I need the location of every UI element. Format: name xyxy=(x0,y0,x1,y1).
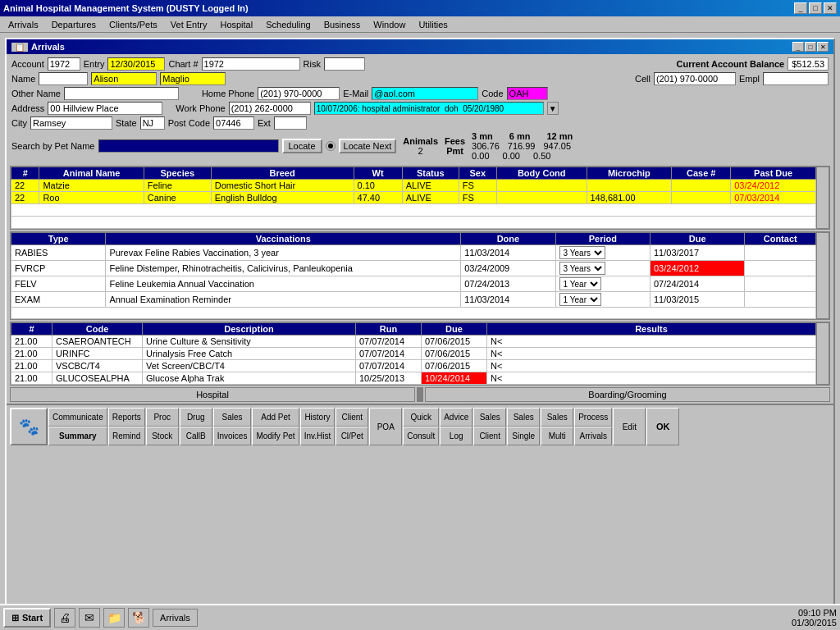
os-minimize-btn[interactable]: _ xyxy=(794,2,807,14)
sales-button[interactable]: Sales xyxy=(213,408,252,427)
vax-row[interactable]: FELV Feline Leukemia Annual Vaccination … xyxy=(11,276,816,292)
sales-single-top-button[interactable]: Sales xyxy=(507,408,540,427)
vax-row[interactable]: RABIES Purevax Feline Rabies Vaccination… xyxy=(11,245,816,261)
modify-pet-button[interactable]: Modify Pet xyxy=(252,427,299,445)
os-restore-btn[interactable]: □ xyxy=(809,2,822,14)
taskbar-arrivals-item[interactable]: Arrivals xyxy=(153,609,198,627)
splitter[interactable] xyxy=(417,387,423,402)
extra-info-scroll-btn[interactable]: ▼ xyxy=(547,102,559,115)
table-row[interactable]: 22 Roo Canine English Bulldog 47.40 ALIV… xyxy=(11,192,816,204)
ext-field[interactable] xyxy=(274,116,307,130)
animals-scrollbar[interactable] xyxy=(816,167,829,229)
taskbar-icon-mail[interactable]: ✉ xyxy=(79,608,100,628)
name-first-value-field[interactable] xyxy=(91,72,157,85)
cell-field[interactable] xyxy=(654,72,736,85)
locate-next-button[interactable]: Locate Next xyxy=(339,139,397,153)
vax-row[interactable]: EXAM Annual Examination Reminder 11/03/2… xyxy=(11,292,816,308)
taskbar-icon-printer[interactable]: 🖨 xyxy=(54,608,75,628)
edit-button[interactable]: Edit xyxy=(613,408,646,445)
callb-button[interactable]: CallB xyxy=(180,427,212,445)
lab-row[interactable]: 21.00 CSAEROANTECH Urine Culture & Sensi… xyxy=(11,336,816,348)
name-last-field[interactable] xyxy=(160,72,226,85)
remind-button[interactable]: Remind xyxy=(108,427,145,445)
vax-row[interactable]: FVRCP Feline Distemper, Rhinotracheitis,… xyxy=(11,261,816,276)
reports-button[interactable]: Reports xyxy=(108,408,145,427)
vax-period-select[interactable]: 3 Years xyxy=(559,246,605,259)
vax-period-select[interactable]: 3 Years xyxy=(559,262,605,275)
window-close-btn[interactable]: ✕ xyxy=(817,42,829,52)
os-title-buttons[interactable]: _ □ ✕ xyxy=(794,2,837,14)
sales-top-button[interactable]: Sales xyxy=(473,408,506,427)
menu-window[interactable]: Window xyxy=(368,19,410,30)
locate-button[interactable]: Locate xyxy=(282,139,322,153)
process-button[interactable]: Process xyxy=(574,408,612,427)
app-icon-button[interactable]: 🐾 xyxy=(10,408,48,445)
menu-utilities[interactable]: Utilities xyxy=(413,19,452,30)
sales-single-button[interactable]: Single xyxy=(507,427,540,445)
add-pet-button[interactable]: Add Pet xyxy=(252,408,299,427)
empl-field[interactable] xyxy=(763,72,829,85)
proc-button[interactable]: Proc xyxy=(146,408,179,427)
summary-button[interactable]: Summary xyxy=(48,427,107,445)
chart-number-field[interactable] xyxy=(202,57,300,71)
post-code-field[interactable] xyxy=(213,116,254,130)
locate-radio[interactable] xyxy=(326,141,336,151)
drug-button[interactable]: Drug xyxy=(180,408,212,427)
table-row[interactable] xyxy=(11,217,816,229)
menu-departures[interactable]: Departures xyxy=(47,19,101,30)
window-restore-btn[interactable]: □ xyxy=(805,42,816,52)
poa-button[interactable]: POA xyxy=(369,408,402,445)
advice-button[interactable]: Advice xyxy=(440,408,472,427)
table-row[interactable]: 22 Matzie Feline Domestic Short Hair 0.1… xyxy=(11,180,816,192)
lab-row[interactable]: 21.00 GLUCOSEALPHA Glucose Alpha Trak 10… xyxy=(11,372,816,385)
work-phone-field[interactable] xyxy=(229,102,311,115)
lab-row[interactable]: 21.00 URINFC Urinalysis Free Catch 07/07… xyxy=(11,348,816,360)
code-field[interactable] xyxy=(507,87,548,100)
vax-period-select[interactable]: 1 Year xyxy=(559,277,601,290)
ok-button[interactable]: OK xyxy=(646,408,679,445)
log-button[interactable]: Log xyxy=(440,427,472,445)
taskbar-icon-app[interactable]: 🐕 xyxy=(128,608,149,628)
menu-business[interactable]: Business xyxy=(319,19,366,30)
taskbar-icon-folder[interactable]: 📁 xyxy=(103,608,125,628)
risk-field[interactable] xyxy=(324,57,365,71)
sales-multi-button[interactable]: Multi xyxy=(541,427,573,445)
menu-scheduling[interactable]: Scheduling xyxy=(261,19,315,30)
history-button[interactable]: History xyxy=(300,408,336,427)
client-button[interactable]: Client xyxy=(336,408,368,427)
state-field[interactable] xyxy=(140,116,165,130)
lab-row[interactable]: 21.00 VSCBC/T4 Vet Screen/CBC/T4 07/07/2… xyxy=(11,360,816,372)
vax-period-select[interactable]: 1 Year xyxy=(559,293,601,306)
arrivals-button[interactable]: Arrivals xyxy=(574,427,612,445)
os-close-btn[interactable]: ✕ xyxy=(824,2,837,14)
other-name-field[interactable] xyxy=(64,87,179,100)
invoices-button[interactable]: Invoices xyxy=(213,427,252,445)
account-number-field[interactable] xyxy=(48,57,80,71)
menu-vet-entry[interactable]: Vet Entry xyxy=(166,19,212,30)
search-input[interactable] xyxy=(98,139,279,153)
sales-client-button[interactable]: Client xyxy=(473,427,506,445)
stock-button[interactable]: Stock xyxy=(146,427,179,445)
name-first-field[interactable] xyxy=(39,72,88,85)
home-phone-field[interactable] xyxy=(258,87,340,100)
communicate-button[interactable]: Communicate xyxy=(48,408,107,427)
table-row[interactable] xyxy=(11,204,816,217)
menu-hospital[interactable]: Hospital xyxy=(215,19,258,30)
menu-clients-pets[interactable]: Clients/Pets xyxy=(104,19,162,30)
window-minimize-btn[interactable]: _ xyxy=(792,42,804,52)
city-field[interactable] xyxy=(30,116,112,130)
consult-button[interactable]: Consult xyxy=(403,427,439,445)
window-control-buttons[interactable]: _ □ ✕ xyxy=(792,42,829,52)
sales-multi-top-button[interactable]: Sales xyxy=(541,408,573,427)
start-button[interactable]: ⊞ Start xyxy=(3,608,51,628)
email-field[interactable] xyxy=(372,87,478,100)
cl-pet-button[interactable]: Cl/Pet xyxy=(336,427,368,445)
menu-arrivals[interactable]: Arrivals xyxy=(3,19,43,30)
vax-scrollbar[interactable] xyxy=(816,232,829,319)
quick-button[interactable]: Quick xyxy=(403,408,439,427)
address-field[interactable] xyxy=(48,102,162,115)
lab-scrollbar[interactable] xyxy=(816,322,829,385)
extra-info-field[interactable] xyxy=(314,102,544,115)
entry-date-field[interactable] xyxy=(107,57,165,71)
inv-hist-button[interactable]: Inv.Hist xyxy=(300,427,336,445)
